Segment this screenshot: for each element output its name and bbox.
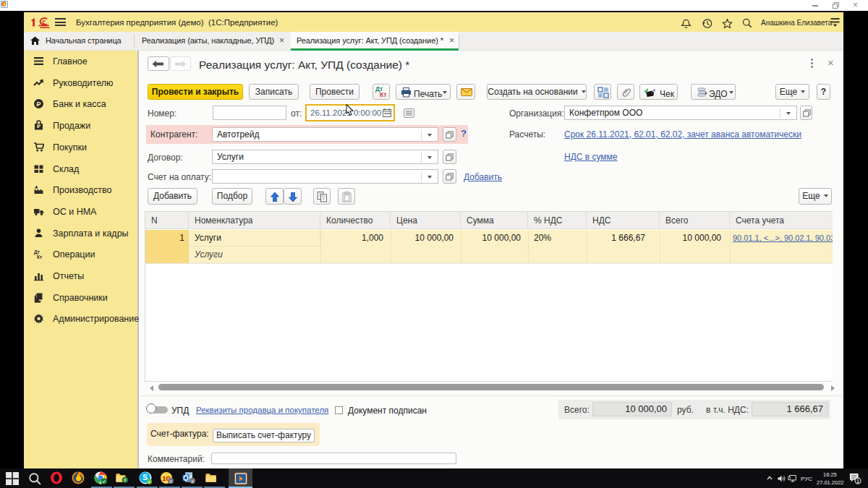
svg-text:Р: Р [37,123,41,129]
svg-text:Р: Р [36,100,41,108]
svg-text:S: S [142,473,148,481]
svg-text:Кт: Кт [37,254,42,260]
svg-text:1: 1 [856,479,859,484]
